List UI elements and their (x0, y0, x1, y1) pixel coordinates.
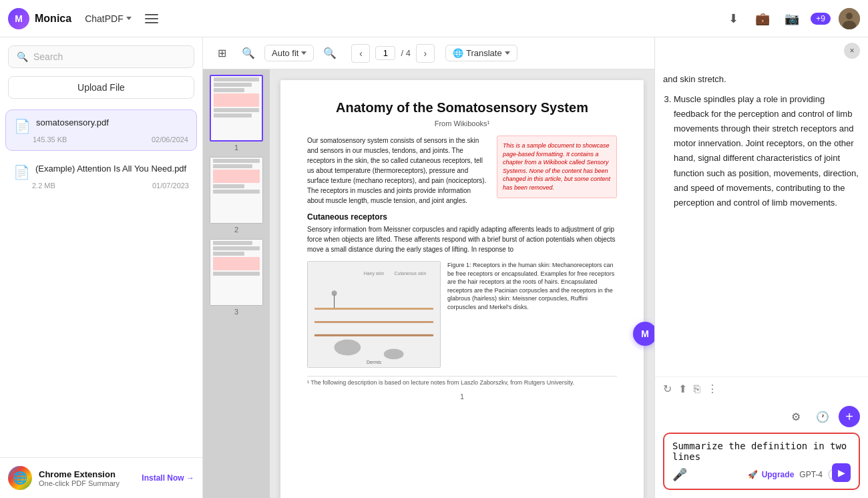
chat-close-area: × (655, 37, 868, 64)
main-layout: 🔍 Search Upload File 📄 somatosensory.pdf… (0, 37, 868, 498)
menu-icon[interactable] (145, 12, 158, 25)
chat-actions: ↻ ⬆ ⎘ ⋮ (655, 377, 868, 401)
file-meta: 145.35 KB 02/06/2024 (14, 136, 188, 144)
file-meta: 2.2 MB 01/07/2023 (13, 182, 189, 190)
figure-1-caption: Figure 1: Receptors in the human skin: M… (447, 261, 617, 368)
chat-list: Muscle spindles play a role in providing… (663, 92, 860, 210)
thumb-img-3 (210, 239, 263, 306)
page-input[interactable] (375, 46, 395, 60)
grid-view-icon[interactable]: ⊞ (211, 43, 232, 64)
fit-dropdown[interactable]: Auto fit (264, 45, 314, 61)
topbar: M Monica ChatPDF ⬇ 💼 📷 +9 (0, 0, 868, 37)
chat-input[interactable]: Summarize the definition in two lines (672, 441, 851, 462)
thumb-img-1 (210, 75, 263, 142)
sidebar: 🔍 Search Upload File 📄 somatosensory.pdf… (0, 37, 203, 498)
zoom-in-icon[interactable]: 🔍 (319, 43, 341, 64)
upgrade-area: 🚀 Upgrade (748, 470, 795, 479)
chat-content: and skin stretch. Muscle spindles play a… (655, 64, 868, 377)
share-button[interactable]: ⬆ (678, 383, 687, 395)
upgrade-icon: 🚀 (748, 470, 758, 479)
extension-badge[interactable]: +9 (811, 13, 831, 25)
pdf-page-view: Anatomy of the Somatosensory System From… (270, 69, 654, 498)
svg-point-9 (335, 340, 361, 356)
user-avatar[interactable] (839, 8, 860, 29)
chrome-extension-text: Chrome Extension One-click PDF Summary (39, 469, 120, 487)
thumbnail-3[interactable]: 3 (210, 239, 263, 316)
chevron-down-icon (301, 51, 306, 55)
upload-file-button[interactable]: Upload File (8, 76, 194, 99)
doc-image-area: Hairy skin Cutaneous skin Dermis Figure … (307, 261, 617, 368)
page-number: 1 (307, 393, 617, 401)
thumbnail-panel: 1 2 (203, 69, 270, 498)
svg-rect-5 (314, 321, 433, 323)
svg-rect-4 (314, 308, 433, 310)
avatar-image (839, 8, 860, 29)
app-name: Monica (35, 13, 71, 25)
new-chat-button[interactable]: + (839, 406, 860, 427)
search-icon: 🔍 (17, 51, 28, 62)
thumbnail-num: 2 (210, 226, 263, 234)
pdf-content: 1 2 (203, 69, 654, 498)
refresh-button[interactable]: ↻ (663, 383, 672, 395)
download-icon[interactable]: ⬇ (722, 8, 744, 29)
translate-button[interactable]: 🌐 Translate (445, 45, 517, 61)
chat-text-intro: and skin stretch. (663, 72, 860, 87)
page-navigation: ‹ / 4 › (351, 44, 434, 63)
page-total: / 4 (401, 48, 410, 58)
svg-text:Hairy skin: Hairy skin (364, 271, 385, 276)
doc-subtitle: From Wikibooks¹ (307, 119, 617, 128)
svg-text:Cutaneous skin: Cutaneous skin (395, 271, 427, 276)
thumbnail-num: 1 (210, 144, 263, 152)
doc-footnote: ¹ The following description is based on … (307, 376, 617, 386)
pdf-area: ⊞ 🔍 Auto fit 🔍 ‹ / 4 › 🌐 Translate (203, 37, 654, 498)
monica-avatar-float[interactable]: M (633, 322, 654, 346)
app-logo: M (8, 8, 29, 29)
doc-title: Anatomy of the Somatosensory System (307, 100, 617, 115)
svg-point-10 (384, 348, 404, 359)
zoom-out-icon[interactable]: 🔍 (238, 43, 259, 64)
file-item[interactable]: 📄 (Example) Attention Is All You Need.pd… (5, 156, 197, 196)
file-name: (Example) Attention Is All You Need.pdf (35, 163, 186, 175)
send-button[interactable]: ▶ (832, 463, 851, 482)
file-name: somatosensory.pdf (36, 117, 109, 129)
chat-input-actions: 🎤 🚀 Upgrade GPT-4 ▶ (672, 467, 851, 482)
chrome-extension-promo: 🌐 Chrome Extension One-click PDF Summary… (0, 457, 202, 498)
svg-rect-6 (314, 334, 433, 336)
search-input[interactable]: Search (33, 51, 63, 62)
section-title-cutaneous: Cutaneous receptors (307, 212, 617, 222)
thumbnail-2[interactable]: 2 (210, 157, 263, 234)
svg-rect-3 (308, 262, 440, 367)
camera-icon[interactable]: 📷 (781, 8, 803, 29)
chevron-down-icon (505, 51, 510, 55)
topbar-right: ⬇ 💼 📷 +9 (722, 8, 860, 29)
install-button[interactable]: Install Now → (142, 473, 194, 483)
close-button[interactable]: × (844, 43, 860, 59)
settings-icon[interactable]: ⚙ (785, 406, 807, 427)
chevron-down-icon (126, 17, 132, 20)
chat-panel: × and skin stretch. Muscle spindles play… (654, 37, 868, 498)
file-item-top: 📄 (Example) Attention Is All You Need.pd… (13, 163, 189, 180)
next-page-button[interactable]: › (416, 44, 435, 63)
more-button[interactable]: ⋮ (707, 383, 718, 395)
mic-button[interactable]: 🎤 (672, 467, 687, 482)
figure-1-diagram: Hairy skin Cutaneous skin Dermis (307, 261, 441, 368)
thumbnail-1[interactable]: 1 (210, 75, 263, 152)
file-item[interactable]: 📄 somatosensory.pdf 145.35 KB 02/06/2024 (5, 109, 197, 151)
prev-page-button[interactable]: ‹ (351, 44, 370, 63)
file-item-top: 📄 somatosensory.pdf (14, 117, 188, 134)
chatpdf-dropdown[interactable]: ChatPDF (79, 11, 137, 27)
briefcase-icon[interactable]: 💼 (752, 8, 773, 29)
gpt-label: GPT-4 (799, 470, 823, 479)
copy-button[interactable]: ⎘ (694, 383, 700, 395)
upgrade-button[interactable]: Upgrade (762, 470, 795, 479)
svg-text:Dermis: Dermis (367, 360, 381, 364)
svg-point-12 (332, 290, 337, 296)
skin-diagram-svg: Hairy skin Cutaneous skin Dermis (308, 261, 440, 368)
pdf-document: Anatomy of the Somatosensory System From… (280, 80, 644, 498)
thumbnail-num: 3 (210, 308, 263, 316)
pdf-toolbar: ⊞ 🔍 Auto fit 🔍 ‹ / 4 › 🌐 Translate (203, 37, 654, 69)
chat-tools: ⚙ 🕐 + (663, 406, 860, 427)
search-bar[interactable]: 🔍 Search (8, 45, 194, 68)
history-icon[interactable]: 🕐 (812, 406, 833, 427)
thumb-img-2 (210, 157, 263, 224)
